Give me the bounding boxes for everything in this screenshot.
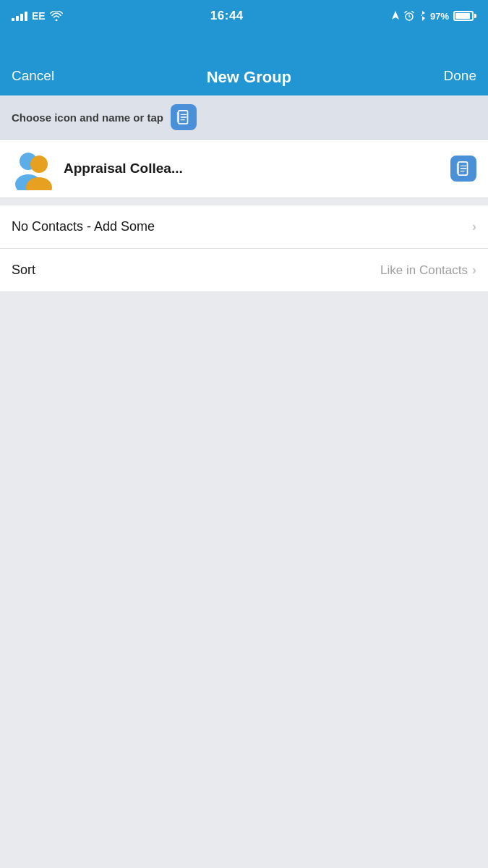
done-button[interactable]: Done — [444, 65, 476, 87]
battery-percent: 97% — [430, 11, 449, 22]
sort-label: Sort — [12, 263, 380, 278]
group-icon — [12, 147, 55, 190]
section-hint-bar: Choose icon and name or tap — [0, 95, 488, 140]
main-background — [0, 292, 488, 726]
book-icon — [176, 109, 192, 125]
cancel-button[interactable]: Cancel — [12, 65, 54, 87]
carrier-label: EE — [32, 10, 46, 22]
alarm-icon — [404, 11, 414, 21]
signal-icon — [12, 11, 27, 21]
status-time: 16:44 — [210, 9, 244, 23]
wifi-icon — [50, 11, 63, 21]
sort-value: Like in Contacts — [380, 263, 468, 278]
section-gap — [0, 198, 488, 205]
hint-text: Choose icon and name or tap — [12, 111, 163, 124]
chevron-right-icon: › — [472, 219, 476, 234]
no-contacts-row[interactable]: No Contacts - Add Some › — [0, 205, 488, 249]
status-bar: EE 16:44 97% — [0, 0, 488, 32]
contacts-book-group-button[interactable] — [450, 156, 476, 182]
group-name-input[interactable] — [64, 161, 442, 176]
status-left: EE — [12, 10, 63, 22]
nav-bar: Cancel New Group Done — [0, 32, 488, 95]
page-title: New Group — [207, 68, 291, 87]
sort-row[interactable]: Sort Like in Contacts › — [0, 249, 488, 292]
status-right: 97% — [391, 11, 476, 22]
bluetooth-icon — [419, 11, 426, 21]
svg-point-8 — [30, 156, 48, 173]
svg-rect-2 — [177, 112, 179, 123]
no-contacts-label: No Contacts - Add Some — [12, 219, 472, 234]
contacts-book-hint-button[interactable] — [171, 104, 197, 130]
group-row — [0, 140, 488, 198]
location-icon — [391, 11, 400, 21]
book-icon-group — [455, 161, 471, 176]
battery-icon — [453, 11, 476, 21]
svg-rect-11 — [457, 163, 459, 174]
group-avatar — [12, 147, 55, 190]
sort-chevron-icon: › — [472, 263, 476, 278]
